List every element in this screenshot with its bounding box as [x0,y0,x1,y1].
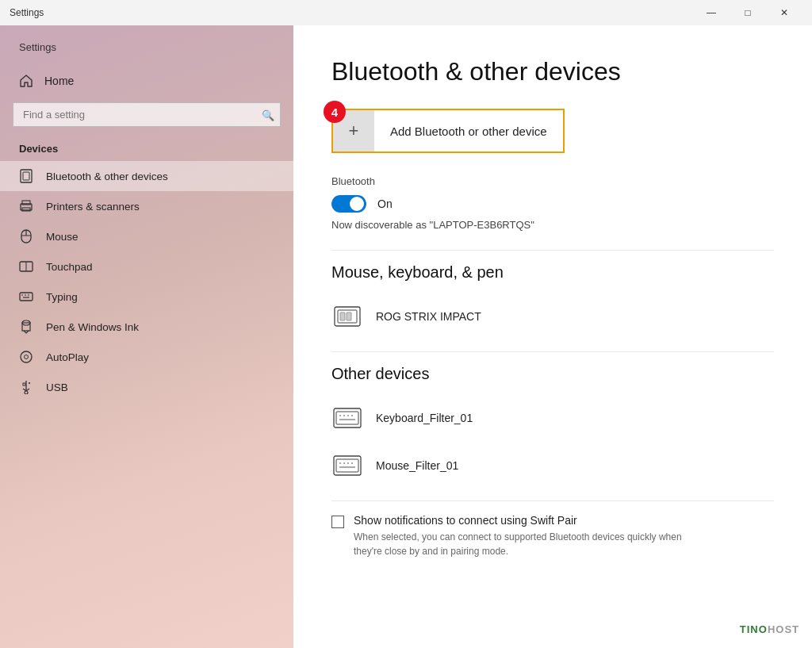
search-icon: 🔍 [262,109,274,121]
sidebar-item-home[interactable]: Home [0,66,293,96]
svg-rect-38 [336,459,358,472]
minimize-button[interactable]: — [693,0,730,25]
search-input[interactable] [13,102,281,127]
swift-pair-row: Show notifications to connect using Swif… [331,514,774,558]
svg-rect-29 [347,312,351,320]
close-button[interactable]: ✕ [766,0,802,25]
mouse-section-title: Mouse, keyboard, & pen [331,263,774,282]
svg-rect-0 [21,170,32,182]
swift-pair-label: Show notifications to connect using Swif… [354,514,687,527]
sidebar-item-usb-label: USB [46,382,68,393]
other-device-1-name: Keyboard_Filter_01 [376,412,473,424]
maximize-button[interactable]: □ [730,0,766,25]
home-label: Home [44,75,74,87]
sidebar-item-mouse-label: Mouse [46,231,79,243]
step-badge: 4 [324,101,346,123]
divider-3 [331,500,774,501]
sidebar-item-bluetooth[interactable]: Bluetooth & other devices [0,161,293,191]
add-device-button[interactable]: + Add Bluetooth or other device [331,109,565,153]
other-device-2-name: Mouse_Filter_01 [376,459,458,472]
mouse-filter-icon [331,450,363,481]
sidebar-item-pen[interactable]: Pen & Windows Ink [0,312,293,342]
app-title: Settings [10,7,44,18]
page-title: Bluetooth & other devices [331,57,774,86]
sidebar: Settings Home 🔍 Devices Blueto [0,25,293,648]
add-device-label: Add Bluetooth or other device [374,125,563,138]
svg-rect-28 [340,312,345,320]
sidebar-app-title: Settings [0,41,293,66]
mouse-device-name: ROG STRIX IMPACT [376,310,481,323]
sidebar-item-pen-label: Pen & Windows Ink [46,321,139,333]
home-icon [19,74,33,88]
other-device-2-item: Mouse_Filter_01 [331,443,774,488]
touchpad-icon [19,259,33,274]
bluetooth-section-label: Bluetooth [331,175,774,187]
divider-1 [331,250,774,251]
other-device-1-item: Keyboard_Filter_01 [331,396,774,440]
printer-icon [19,199,33,213]
sidebar-item-printers-label: Printers & scanners [46,201,140,213]
svg-rect-31 [336,412,358,424]
sidebar-item-touchpad-label: Touchpad [46,261,93,273]
sidebar-item-bluetooth-label: Bluetooth & other devices [46,171,168,182]
bluetooth-toggle-label: On [377,197,393,210]
watermark-tino: TINO [740,623,768,635]
svg-rect-1 [23,172,29,180]
sidebar-item-printers[interactable]: Printers & scanners [0,191,293,221]
swift-pair-checkbox[interactable] [331,516,344,528]
other-section-title: Other devices [331,365,774,383]
sidebar-item-typing-label: Typing [46,291,78,303]
svg-point-18 [25,355,29,359]
watermark: TINOHOST [740,623,799,635]
svg-rect-16 [22,323,30,331]
bluetooth-icon [19,169,33,183]
svg-point-17 [21,351,32,362]
bluetooth-toggle[interactable] [331,195,366,213]
sidebar-item-autoplay-label: AutoPlay [46,351,89,363]
search-box: 🔍 [13,102,281,127]
sidebar-item-mouse[interactable]: Mouse [0,221,293,251]
mouse-device-icon [331,301,363,332]
keyboard-icon [19,289,33,304]
watermark-host: HOST [768,623,799,635]
mouse-icon [19,229,33,243]
add-device-wrapper: 4 + Add Bluetooth or other device [331,109,565,153]
discoverable-text: Now discoverable as "LAPTOP-E3B6RTQS" [331,219,774,231]
titlebar: Settings — □ ✕ [0,0,812,25]
swift-pair-text-group: Show notifications to connect using Swif… [354,514,687,558]
toggle-knob [350,197,364,211]
autoplay-icon [19,350,33,364]
sidebar-item-autoplay[interactable]: AutoPlay [0,342,293,372]
swift-pair-desc: When selected, you can connect to suppor… [354,530,687,558]
divider-2 [331,351,774,352]
keyboard-filter-icon [331,402,363,434]
svg-rect-10 [20,293,33,301]
sidebar-item-typing[interactable]: Typing [0,282,293,312]
content-area: Bluetooth & other devices 4 + Add Blueto… [293,25,812,648]
svg-point-22 [25,391,28,394]
sidebar-item-usb[interactable]: USB [0,372,293,402]
bluetooth-toggle-row: On [331,195,774,213]
window-controls: — □ ✕ [693,0,802,25]
sidebar-item-touchpad[interactable]: Touchpad [0,251,293,282]
mouse-device-item: ROG STRIX IMPACT [331,294,774,339]
sidebar-section-label: Devices [0,140,293,161]
main-layout: Settings Home 🔍 Devices Blueto [0,25,812,648]
pen-icon [19,320,33,334]
usb-icon [19,380,33,394]
svg-rect-23 [23,383,25,385]
